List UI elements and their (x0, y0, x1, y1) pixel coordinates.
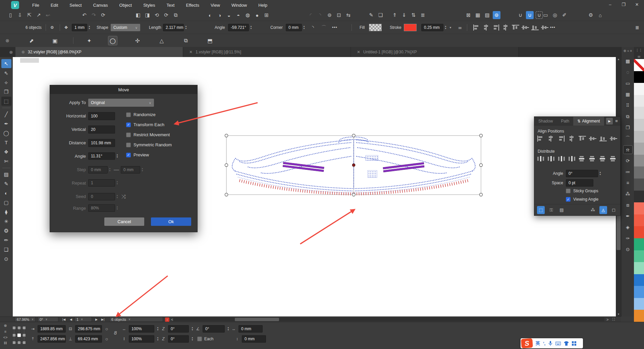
step-max-field[interactable]: 0 mm (121, 166, 140, 173)
align-bottom-icon[interactable] (599, 136, 607, 142)
align-center-h-icon[interactable] (547, 136, 555, 142)
corner-arc-alt-icon[interactable]: ⌒ (321, 21, 326, 34)
arc-flip-icon[interactable]: ◝ (316, 11, 324, 19)
boolean-exclude-icon[interactable]: ◓ (234, 11, 242, 19)
menu-help[interactable]: Help (253, 1, 273, 9)
move-step-icon[interactable]: ✥ (64, 21, 68, 34)
menu-window[interactable]: Window (226, 1, 253, 9)
ime-toolbox-icon[interactable] (572, 341, 576, 346)
zoom-level-dropdown[interactable]: 67.96% (15, 317, 36, 322)
swatch-options-icon[interactable]: ⚌ (634, 53, 644, 59)
color-swatch[interactable] (634, 83, 644, 95)
gradient-tool[interactable]: ▨ (1, 170, 11, 179)
distribute-left-icon[interactable] (537, 156, 544, 162)
bring-to-front-icon[interactable]: ⇑ (391, 11, 398, 19)
import-icon[interactable]: ↜ (44, 11, 52, 19)
rotate-left-icon[interactable]: ⟲ (153, 11, 161, 19)
align-middle-v-icon[interactable] (589, 136, 596, 142)
boolean-intersect-icon[interactable]: ◒ (225, 11, 233, 19)
dialog-title[interactable]: Move (50, 85, 197, 94)
document-tab-3[interactable]: ✕Untitled-1 [RGB] [@30.7%]XP (351, 47, 519, 57)
offset-field[interactable]: 1 mm (72, 24, 87, 31)
corner-field[interactable]: 0 mm (286, 24, 302, 31)
align-to-point-v-icon[interactable] (610, 136, 617, 142)
distribute-space-h-icon[interactable] (568, 156, 576, 162)
minimize-button[interactable]: – (606, 1, 614, 8)
close-button[interactable]: ✕ (633, 1, 641, 8)
menu-text[interactable]: Text (161, 1, 180, 9)
panel-menu-icon[interactable]: ≡ (613, 118, 620, 123)
snap-off-icon[interactable]: ∪ (517, 11, 524, 19)
sogou-logo[interactable]: S (521, 338, 533, 348)
distribute-right-icon[interactable] (558, 156, 565, 162)
perspective-box-icon[interactable]: ⬒ (205, 36, 215, 45)
color-swatch[interactable] (634, 286, 644, 298)
workspace-icon[interactable]: ⌂ (596, 11, 604, 19)
shape-align-icon[interactable]: ◬ (599, 206, 607, 214)
align-right-icon[interactable] (558, 136, 565, 142)
knife-tool[interactable]: ✄ (1, 157, 11, 166)
tool-options-close-icon[interactable]: ⊗ (3, 36, 12, 45)
droplet-panel-icon[interactable]: ◈ (623, 223, 633, 232)
horizontal-scroll-thumb[interactable] (235, 318, 279, 321)
angle-field[interactable]: -59.721° (228, 24, 249, 31)
offset-stepper[interactable] (87, 24, 92, 31)
skew-y-field[interactable]: 0° (168, 335, 189, 343)
color-swatch[interactable] (634, 191, 644, 203)
align-top-icon[interactable] (579, 136, 586, 142)
color-swatch[interactable] (634, 250, 644, 262)
arrange-icon[interactable]: ≣ (419, 11, 427, 19)
free-transform-icon[interactable]: ⧉ (172, 11, 179, 19)
bounding-frame-icon[interactable]: ▭ (542, 11, 549, 19)
search-panel-icon[interactable]: ⊙ (623, 245, 633, 254)
duplicate-icon[interactable]: ❏ (377, 11, 384, 19)
pattern-tool[interactable]: ✳ (1, 217, 11, 226)
transform-bars-icon[interactable]: ‖‖ (4, 341, 7, 345)
preferences-gear-icon[interactable]: ⚙ (587, 11, 595, 19)
prev-page-icon[interactable]: ◀ (68, 317, 73, 322)
angle-stepper[interactable] (249, 24, 253, 31)
arc-tool-icon[interactable]: ◜ (307, 11, 315, 19)
document-tab-1[interactable]: ⊗32.vstyler [RGB] [@68.0%]XP (15, 47, 183, 57)
lines-panel-icon[interactable]: ≡ (623, 179, 633, 187)
swatch-dots-icon[interactable]: ⋮⋮ (634, 47, 644, 53)
reference-point-grid[interactable] (12, 326, 26, 345)
brush-tool[interactable]: ✎ (1, 179, 11, 188)
expand-appearance-icon[interactable]: ⊞ (263, 11, 270, 19)
snap-on-icon[interactable]: ∪ (526, 11, 534, 19)
color-swatch[interactable] (634, 226, 644, 238)
artboard-tool[interactable]: ❐ (1, 87, 11, 96)
range-field[interactable]: 80% (88, 204, 115, 212)
shape-compare-icon[interactable]: ⧉ (181, 36, 191, 45)
text-tool[interactable]: T (1, 138, 11, 147)
distance-field[interactable]: 101.98 mm (88, 139, 115, 147)
randomize-checkbox[interactable] (126, 112, 131, 117)
ctx-align-to-point-v-icon[interactable] (541, 24, 548, 31)
share-view-icon[interactable]: ⬈ (27, 36, 36, 45)
distribute-middle-v-icon[interactable] (589, 156, 596, 162)
panel-angle-stepper[interactable] (598, 170, 602, 177)
repeat-field[interactable]: 1 (88, 179, 115, 187)
skew-x-field[interactable]: 0° (168, 325, 189, 333)
ctx-align-right-icon[interactable] (492, 24, 500, 31)
skew-x-stepper[interactable] (190, 325, 195, 333)
ctx-align-bottom-icon[interactable] (531, 24, 539, 31)
panel-menu-icon[interactable]: ≡ (630, 49, 632, 53)
seed-stepper[interactable] (115, 193, 119, 200)
distribute-bottom-icon[interactable] (599, 156, 607, 162)
boolean-subtract-icon[interactable]: ◑ (216, 11, 223, 19)
ime-keyboard-icon[interactable] (555, 342, 561, 345)
transform-close-icon[interactable]: ⊗ (4, 323, 7, 328)
color-swatch[interactable] (634, 155, 644, 167)
apply-to-dropdown[interactable]: Original (88, 99, 154, 107)
align-to-point-h-icon[interactable] (568, 136, 576, 142)
transform-origin-dot[interactable] (352, 164, 355, 166)
preview-checkbox[interactable] (126, 153, 131, 157)
ctx-align-middle-v-icon[interactable] (522, 24, 529, 31)
color-swatch[interactable] (634, 262, 644, 274)
select-tool[interactable]: ↖ (1, 59, 11, 68)
width-field[interactable]: 298.675 mm (75, 325, 102, 333)
ime-punctuation-icon[interactable]: ’, (543, 341, 545, 346)
scroll-down-icon[interactable]: ▼ (616, 312, 621, 316)
raster-pattern-icon[interactable]: ▦ (474, 11, 482, 19)
